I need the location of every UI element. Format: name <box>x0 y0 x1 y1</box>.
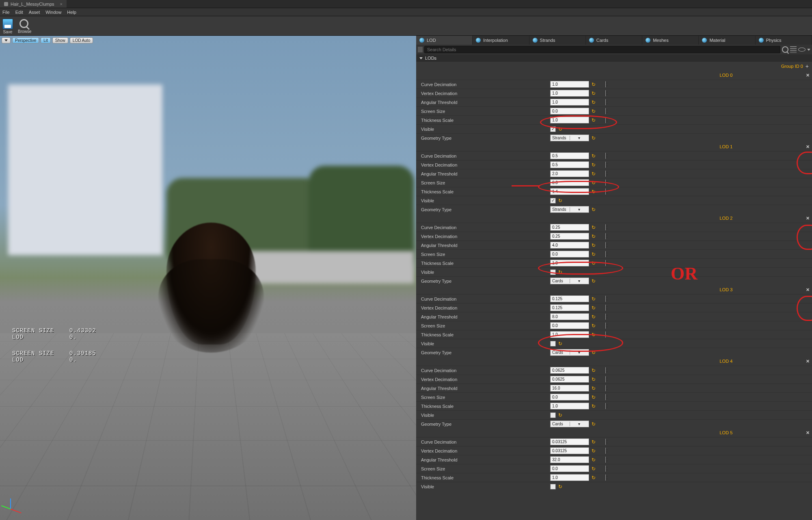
checkbox[interactable]: ✓ <box>550 198 556 204</box>
spinner[interactable] <box>550 188 589 195</box>
menu-asset[interactable]: Asset <box>29 10 40 15</box>
reset-icon[interactable]: ↺ <box>592 386 596 391</box>
tab-cards[interactable]: Cards <box>586 36 642 45</box>
spinner-input[interactable] <box>551 403 605 409</box>
checkbox[interactable] <box>550 269 556 275</box>
spinner-input[interactable] <box>551 117 605 123</box>
spinner[interactable] <box>550 242 589 249</box>
reset-icon[interactable]: ↺ <box>592 153 596 159</box>
spinner-input[interactable] <box>551 180 605 186</box>
reset-icon[interactable]: ↺ <box>592 260 596 266</box>
reset-icon[interactable]: ↺ <box>558 269 562 275</box>
spinner-input[interactable] <box>551 439 605 445</box>
reset-icon[interactable]: ↺ <box>592 180 596 186</box>
spinner[interactable] <box>550 81 589 88</box>
spinner[interactable] <box>550 474 589 481</box>
spinner[interactable] <box>550 90 589 97</box>
reset-icon[interactable]: ↺ <box>558 126 562 132</box>
reset-icon[interactable]: ↺ <box>592 457 596 463</box>
menu-help[interactable]: Help <box>67 10 76 15</box>
lod-auto-button[interactable]: LOD Auto <box>70 37 93 43</box>
reset-icon[interactable]: ↺ <box>592 207 596 212</box>
delete-lod-button[interactable]: ✕ <box>806 73 810 78</box>
spinner-input[interactable] <box>551 251 605 257</box>
dropdown[interactable]: Cards▾ <box>550 277 589 284</box>
reset-icon[interactable]: ↺ <box>592 305 596 311</box>
spinner-input[interactable] <box>551 376 605 382</box>
spinner[interactable] <box>550 331 589 338</box>
reset-icon[interactable]: ↺ <box>592 314 596 320</box>
spinner-input[interactable] <box>551 367 605 373</box>
spinner-input[interactable] <box>551 474 605 481</box>
tab-interpolation[interactable]: Interpolation <box>473 36 529 45</box>
reset-icon[interactable]: ↺ <box>592 251 596 257</box>
reset-icon[interactable]: ↺ <box>592 475 596 481</box>
spinner[interactable] <box>550 304 589 311</box>
reset-icon[interactable]: ↺ <box>592 243 596 248</box>
spinner-input[interactable] <box>551 171 605 177</box>
tab-lod[interactable]: LOD <box>416 36 473 45</box>
spinner-input[interactable] <box>551 81 605 87</box>
spinner[interactable] <box>550 438 589 445</box>
spinner[interactable] <box>550 251 589 258</box>
spinner[interactable] <box>550 117 589 124</box>
spinner[interactable] <box>550 260 589 266</box>
reset-icon[interactable]: ↺ <box>592 162 596 168</box>
reset-icon[interactable]: ↺ <box>592 189 596 195</box>
spinner-input[interactable] <box>551 314 605 320</box>
spinner-input[interactable] <box>551 224 605 230</box>
dropdown[interactable]: Cards▾ <box>550 420 589 427</box>
spinner[interactable] <box>550 403 589 410</box>
spinner[interactable] <box>550 385 589 392</box>
spinner-input[interactable] <box>551 296 605 302</box>
spinner[interactable] <box>550 295 589 302</box>
spinner[interactable] <box>550 224 589 231</box>
spinner-input[interactable] <box>551 153 605 159</box>
spinner-input[interactable] <box>551 332 605 338</box>
spinner-input[interactable] <box>551 242 605 248</box>
reset-icon[interactable]: ↺ <box>592 225 596 230</box>
viewport[interactable]: Perspective Lit Show LOD Auto SCREEN SIZ… <box>0 36 416 520</box>
menu-window[interactable]: Window <box>45 10 61 15</box>
delete-lod-button[interactable]: ✕ <box>806 430 810 436</box>
tab-physics[interactable]: Physics <box>756 36 812 45</box>
checkbox[interactable]: ✓ <box>550 126 556 132</box>
spinner[interactable] <box>550 322 589 329</box>
reset-icon[interactable]: ↺ <box>592 82 596 87</box>
reset-icon[interactable]: ↺ <box>592 448 596 454</box>
spinner[interactable] <box>550 152 589 159</box>
spinner-input[interactable] <box>551 385 605 391</box>
spinner-input[interactable] <box>551 108 605 114</box>
eye-icon[interactable] <box>798 48 806 52</box>
spinner-input[interactable] <box>551 305 605 311</box>
reset-icon[interactable]: ↺ <box>592 323 596 329</box>
reset-icon[interactable]: ↺ <box>592 377 596 382</box>
spinner-input[interactable] <box>551 466 605 472</box>
reset-icon[interactable]: ↺ <box>592 368 596 373</box>
tab-meshes[interactable]: Meshes <box>642 36 699 45</box>
delete-lod-button[interactable]: ✕ <box>806 287 810 292</box>
search-input[interactable] <box>424 46 780 53</box>
show-button[interactable]: Show <box>52 37 68 43</box>
spinner[interactable] <box>550 313 589 320</box>
checkbox[interactable] <box>550 484 556 490</box>
spinner-input[interactable] <box>551 448 605 454</box>
spinner[interactable] <box>550 108 589 115</box>
reset-icon[interactable]: ↺ <box>592 421 596 427</box>
browse-button[interactable]: Browse <box>18 18 31 34</box>
search-icon[interactable] <box>782 46 788 53</box>
reset-icon[interactable]: ↺ <box>592 100 596 105</box>
perspective-button[interactable]: Perspective <box>12 37 39 43</box>
lods-section-header[interactable]: LODs <box>416 54 812 62</box>
tab-strands[interactable]: Strands <box>529 36 586 45</box>
menu-file[interactable]: File <box>2 10 10 15</box>
spinner[interactable] <box>550 367 589 374</box>
reset-icon[interactable]: ↺ <box>592 332 596 338</box>
delete-lod-button[interactable]: ✕ <box>806 216 810 221</box>
spinner[interactable] <box>550 161 589 168</box>
reset-icon[interactable]: ↺ <box>592 278 596 284</box>
reset-icon[interactable]: ↺ <box>592 350 596 355</box>
spinner[interactable] <box>550 376 589 383</box>
reset-icon[interactable]: ↺ <box>558 412 562 418</box>
grid-icon[interactable] <box>790 46 797 53</box>
